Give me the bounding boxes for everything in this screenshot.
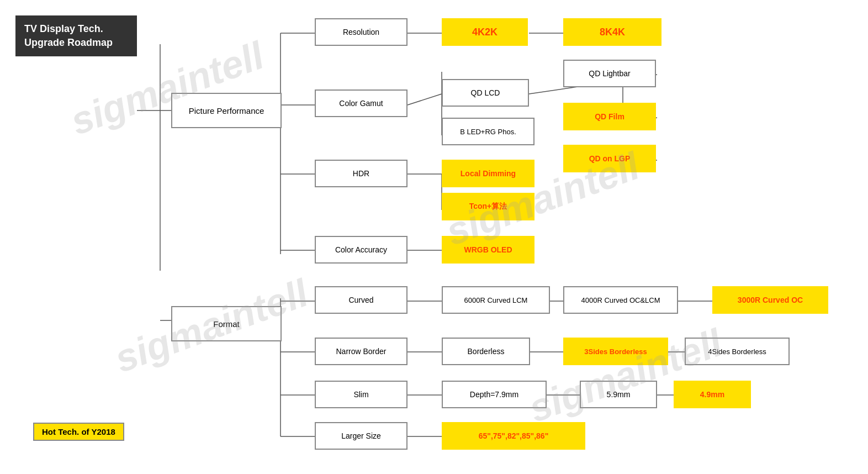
title-box-main: TV Display Tech. Upgrade Roadmap [15,15,137,56]
node-4k2k: 4K2K [442,18,528,46]
node-larger-size: Larger Size [315,422,407,450]
node-3000r: 3000R Curved OC [712,286,828,314]
node-49mm: 4.9mm [674,381,751,408]
node-6000r: 6000R Curved LCM [442,286,550,314]
node-wrgb-oled: WRGB OLED [442,236,534,264]
node-slim: Slim [315,381,407,408]
watermark-4: sigmaintell [523,320,728,431]
svg-line-13 [407,94,442,105]
node-local-dimming: Local Dimming [442,160,534,187]
node-qd-lcd: QD LCD [442,79,529,107]
node-pic-perf: Picture Performance [171,93,282,128]
node-depth79: Depth=7.9mm [442,381,547,408]
node-4sides: 4Sides Borderless [685,338,790,365]
node-hdr: HDR [315,160,407,187]
node-curved: Curved [315,286,407,314]
node-narrow-border: Narrow Border [315,338,407,365]
node-59mm: 5.9mm [580,381,657,408]
node-qd-on-lgp: QD on LGP [563,145,656,172]
node-borderless: Borderless [442,338,530,365]
diagram-container: TV Display Tech. Upgrade Roadmap [0,0,868,474]
node-resolution: Resolution [315,18,407,46]
node-tcon: Tcon+算法 [442,193,534,220]
node-3sides: 3Sides Borderless [563,338,668,365]
node-color-gamut: Color Gamut [315,89,407,117]
node-color-accuracy: Color Accuracy [315,236,407,264]
node-bled-rgphos: B LED+RG Phos. [442,118,534,145]
node-qd-lightbar: QD Lightbar [563,60,656,87]
hot-tech-label: Hot Tech. of Y2018 [33,423,124,441]
node-8k4k: 8K4K [563,18,661,46]
node-format: Format [171,306,282,341]
node-4000r: 4000R Curved OC&LCM [563,286,678,314]
node-sizes: 65",75",82",85",86" [442,422,585,450]
node-qd-film: QD Film [563,103,656,130]
